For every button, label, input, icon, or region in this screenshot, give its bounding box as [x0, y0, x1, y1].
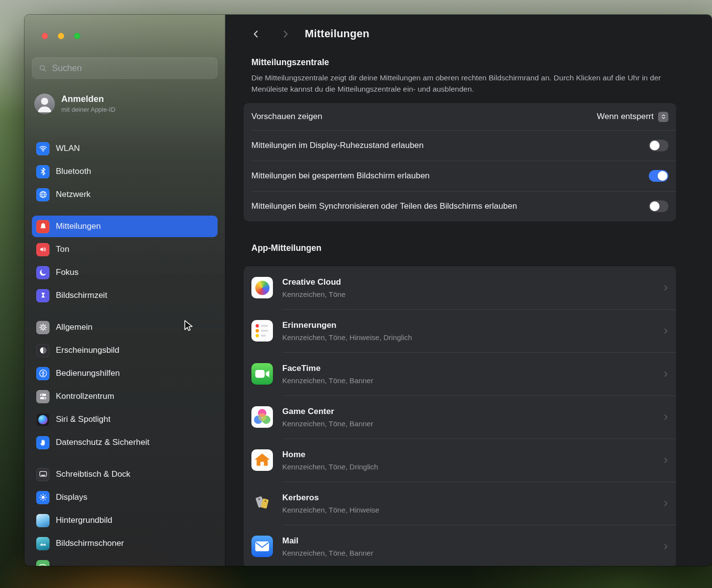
app-detail: Kennzeichen, Töne, Hinweise: [282, 506, 379, 514]
moon-icon: [36, 266, 49, 279]
wifi-icon: [36, 142, 49, 155]
sidebar-item-bildschirmschoner[interactable]: Bildschirmschoner: [32, 533, 218, 554]
app-row-mail[interactable]: MailKennzeichen, Töne, Banner: [244, 525, 676, 566]
display-sun-icon: [36, 491, 49, 504]
sidebar-item-ton[interactable]: Ton: [32, 239, 218, 260]
profile-name: Anmelden: [61, 95, 116, 104]
sidebar-item-label: Fokus: [56, 268, 78, 277]
search-field[interactable]: Suchen: [32, 57, 218, 79]
toggle-knob: [650, 141, 660, 150]
sidebar-item-bedienungshilfen[interactable]: Bedienungshilfen: [32, 363, 218, 384]
sidebar-item-label: Bluetooth: [56, 167, 91, 176]
preview-select[interactable]: Wenn entsperrt: [597, 112, 668, 122]
app-row-home[interactable]: HomeKennzeichen, Töne, Dringlich: [244, 439, 676, 482]
battery-icon: [36, 560, 49, 566]
chevron-right-icon: [662, 543, 669, 550]
sidebar-item-label: WLAN: [56, 144, 80, 153]
sidebar-item-allgemein[interactable]: Allgemein: [32, 317, 218, 338]
zoom-button[interactable]: [74, 33, 80, 39]
app-texts: MailKennzeichen, Töne, Banner: [282, 536, 373, 557]
accessibility-icon: [36, 367, 49, 380]
app-row-erinnerungen[interactable]: ErinnerungenKennzeichen, Töne, Hinweise,…: [244, 309, 676, 352]
sidebar-item-bildschirmzeit[interactable]: Bildschirmzeit: [32, 285, 218, 306]
sidebar-item-label: Siri & Spotlight: [56, 415, 111, 424]
app-texts: Game CenterKennzeichen, Töne, Banner: [282, 407, 373, 428]
sidebar-item-label: Bildschirmschoner: [56, 539, 124, 548]
sidebar-item-schreibtisch-dock[interactable]: Schreibtisch & Dock: [32, 464, 218, 485]
sidebar-item-label: Schreibtisch & Dock: [56, 469, 130, 479]
app-detail: Kennzeichen, Töne, Banner: [282, 376, 373, 385]
setting-label: Mitteilungen bei gesperrtem Bildschirm e…: [251, 171, 440, 181]
setting-label: Vorschauen zeigen: [251, 112, 332, 122]
app-row-kerberos[interactable]: KerberosKennzeichen, Töne, Hinweise: [244, 482, 676, 525]
app-notifications-card: Creative CloudKennzeichen, TöneErinnerun…: [244, 266, 676, 566]
chevron-right-icon: [662, 284, 669, 292]
profile-text: Anmelden mit deiner Apple-ID: [61, 95, 116, 114]
toggle-mitteilungen-bei-gesperrtem-bildschirm-erl[interactable]: [649, 170, 668, 182]
mail-icon: [251, 536, 273, 557]
sidebar-item-label: Bildschirmzeit: [56, 291, 107, 300]
toggle-knob: [650, 201, 660, 211]
privacy-hand-icon: [36, 436, 49, 449]
sidebar-item-label: Erscheinungsbild: [56, 345, 119, 355]
app-name: Kerberos: [282, 493, 379, 503]
page-header: Mitteilungen: [250, 27, 676, 40]
sidebar-group: MitteilungenTonFokusBildschirmzeit: [32, 216, 218, 306]
chevron-right-icon: [662, 327, 669, 335]
sidebar-item-kontrollzentrum[interactable]: Kontrollzentrum: [32, 386, 218, 407]
appearance-icon: [36, 344, 49, 357]
sidebar-item-netzwerk[interactable]: Netzwerk: [32, 184, 218, 205]
sidebar-item-label: Hintergrundbild: [56, 515, 112, 525]
profile-item[interactable]: Anmelden mit deiner Apple-ID: [34, 94, 218, 114]
sidebar-nav: WLANBluetoothNetzwerkMitteilungenTonFoku…: [32, 138, 218, 566]
forward-button[interactable]: [279, 28, 291, 40]
sidebar-item-siri-spotlight[interactable]: Siri & Spotlight: [32, 409, 218, 430]
setting-label: Mitteilungen im Display-Ruhezustand erla…: [251, 141, 434, 150]
gear-icon: [36, 321, 49, 334]
sidebar-group: Schreibtisch & DockDisplaysHintergrundbi…: [32, 464, 218, 566]
notification-center-heading: Mitteilungszentrale: [251, 57, 676, 68]
notification-center-description: Die Mitteilungszentrale zeigt dir deine …: [251, 72, 669, 95]
app-name: Home: [282, 450, 378, 460]
reminders-icon: [251, 320, 273, 342]
setting-row-vorschauen-zeigen: Vorschauen zeigenWenn entsperrt: [244, 103, 676, 130]
sidebar-item-label: Datenschutz & Sicherheit: [56, 438, 149, 447]
sidebar-item-wlan[interactable]: WLAN: [32, 138, 218, 159]
sidebar-item-label: Displays: [56, 492, 87, 502]
app-notifications-heading: App-Mitteilungen: [251, 243, 676, 253]
sidebar-item-label: Netzwerk: [56, 190, 91, 199]
toggle-mitteilungen-im-display-ruhezustand-erlaub[interactable]: [649, 140, 668, 151]
chevron-right-icon: [662, 414, 669, 421]
sidebar-item-label: Kontrollzentrum: [56, 392, 114, 401]
app-name: FaceTime: [282, 364, 373, 373]
app-row-facetime[interactable]: FaceTimeKennzeichen, Töne, Banner: [244, 352, 676, 395]
back-button[interactable]: [250, 28, 262, 40]
main-pane: Mitteilungen Mitteilungszentrale Die Mit…: [225, 15, 712, 566]
sidebar-item-hintergrundbild[interactable]: Hintergrundbild: [32, 510, 218, 531]
sidebar-group: WLANBluetoothNetzwerk: [32, 138, 218, 205]
screensaver-icon: [36, 537, 49, 550]
app-row-game-center[interactable]: Game CenterKennzeichen, Töne, Banner: [244, 395, 676, 439]
app-detail: Kennzeichen, Töne: [282, 290, 345, 298]
sidebar-item-partial[interactable]: [32, 556, 218, 566]
sidebar-item-datenschutz-sicherheit[interactable]: Datenschutz & Sicherheit: [32, 432, 218, 453]
sidebar-item-erscheinungsbild[interactable]: Erscheinungsbild: [32, 340, 218, 361]
sidebar-item-bluetooth[interactable]: Bluetooth: [32, 161, 218, 182]
sidebar-item-displays[interactable]: Displays: [32, 487, 218, 508]
close-button[interactable]: [42, 33, 48, 39]
bell-icon: [36, 220, 49, 233]
app-detail: Kennzeichen, Töne, Hinweise, Dringlich: [282, 333, 412, 342]
sidebar: Suchen Anmelden mit deiner Apple-ID WLAN…: [25, 15, 225, 566]
sidebar-group: AllgemeinErscheinungsbildBedienungshilfe…: [32, 317, 218, 453]
app-name: Game Center: [282, 407, 373, 416]
sidebar-item-label: Mitteilungen: [56, 221, 101, 231]
sidebar-item-fokus[interactable]: Fokus: [32, 262, 218, 283]
wallpaper-icon: [36, 514, 49, 527]
app-row-creative-cloud[interactable]: Creative CloudKennzeichen, Töne: [244, 266, 676, 309]
control-center-icon: [36, 390, 49, 403]
bluetooth-icon: [36, 165, 49, 178]
setting-row-mitteilungen-beim-synchronisieren-oder-tei: Mitteilungen beim Synchronisieren oder T…: [244, 191, 676, 221]
sidebar-item-mitteilungen[interactable]: Mitteilungen: [32, 216, 218, 237]
minimize-button[interactable]: [58, 33, 64, 39]
toggle-mitteilungen-beim-synchronisieren-oder-tei[interactable]: [649, 200, 668, 212]
